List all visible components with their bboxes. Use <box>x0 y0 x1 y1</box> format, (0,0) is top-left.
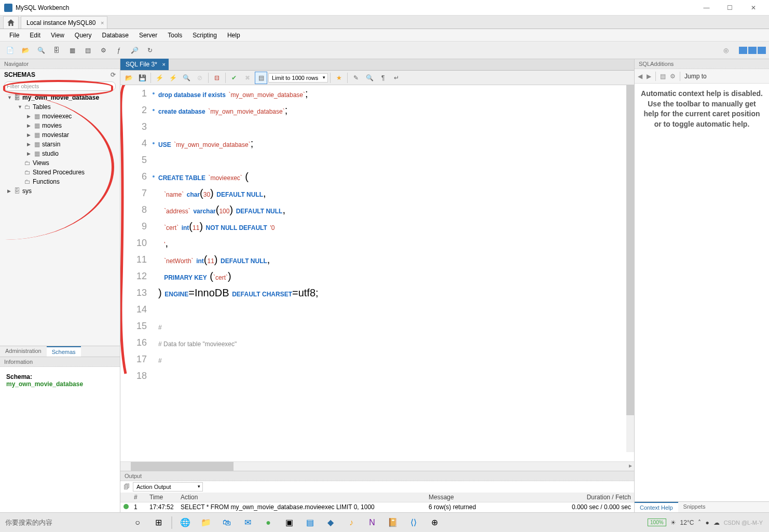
music-icon[interactable]: ♪ <box>341 514 361 531</box>
save-file-icon[interactable]: 💾 <box>136 72 148 84</box>
app-icon-2[interactable]: ▤ <box>300 514 320 531</box>
weather-icon[interactable]: ☀ <box>670 519 676 526</box>
menu-view[interactable]: View <box>46 32 70 39</box>
connection-tab[interactable]: Local instance MySQL80 × <box>21 16 107 29</box>
nav-back-icon[interactable]: ◀ <box>638 73 642 80</box>
onedrive-icon[interactable]: ☁ <box>713 519 720 526</box>
output-grid[interactable]: # Time Action Message Duration / Fetch 1… <box>120 493 634 512</box>
toggle-left-panel[interactable] <box>739 47 747 54</box>
editor-scrollbar-horizontal[interactable]: ▸ <box>120 461 634 471</box>
explorer-icon[interactable]: 📁 <box>196 514 216 531</box>
tray-chevron-icon[interactable]: ˄ <box>698 519 701 526</box>
app-icon-3[interactable]: 📔 <box>383 514 403 531</box>
close-tab-icon[interactable]: × <box>101 20 104 26</box>
menu-scripting[interactable]: Scripting <box>187 32 222 39</box>
explain-icon[interactable]: 🔍 <box>180 72 193 84</box>
toggle-autocommit-icon[interactable]: ⊟ <box>211 72 223 84</box>
auto-help-icon[interactable]: ⚙ <box>670 73 676 80</box>
tree-sp-folder[interactable]: 🗀Stored Procedures <box>0 168 120 177</box>
tray-app-icon[interactable]: ● <box>705 519 709 526</box>
execute-cursor-icon[interactable]: ⚡ <box>167 72 179 84</box>
open-sql-icon[interactable]: 📂 <box>19 44 32 57</box>
app-icon-1[interactable]: ● <box>258 514 278 531</box>
toggle-limit-icon[interactable]: ▤ <box>255 72 267 84</box>
toggle-bottom-panel[interactable] <box>748 47 757 54</box>
output-list-icon[interactable]: 🗐 <box>123 483 130 490</box>
menu-file[interactable]: File <box>4 32 24 39</box>
settings-icon[interactable]: ◎ <box>719 44 733 57</box>
maximize-button[interactable]: ☐ <box>718 1 741 15</box>
editor-scrollbar-vertical[interactable] <box>626 85 634 452</box>
context-help-text: Automatic context help is disabled. Use … <box>635 84 769 501</box>
store-icon[interactable]: 🛍 <box>217 514 237 531</box>
close-button[interactable]: ✕ <box>741 1 765 15</box>
menu-tools[interactable]: Tools <box>162 32 187 39</box>
menu-edit[interactable]: Edit <box>24 32 46 39</box>
output-row[interactable]: 1 17:47:52 SELECT * FROM my_own_movie_da… <box>120 502 634 512</box>
close-sql-tab-icon[interactable]: × <box>162 61 165 67</box>
tab-administration[interactable]: Administration <box>0 346 47 357</box>
wrap-icon[interactable]: ↵ <box>390 72 403 84</box>
schema-tree[interactable]: ▼🗄my_own_movie_database ▼🗀Tables ▶▦movie… <box>0 92 120 346</box>
new-table-icon[interactable]: ▦ <box>65 44 79 57</box>
menu-database[interactable]: Database <box>97 32 134 39</box>
home-tab[interactable] <box>3 16 19 29</box>
tree-fn-folder[interactable]: 🗀Functions <box>0 177 120 186</box>
menu-help[interactable]: Help <box>222 32 245 39</box>
tree-tables-folder[interactable]: ▼🗀Tables <box>0 102 120 112</box>
refresh-schemas-icon[interactable]: ⟳ <box>111 71 116 78</box>
onenote-icon[interactable]: N <box>362 514 382 531</box>
help-toggle-icon[interactable]: ▤ <box>660 73 666 80</box>
new-schema-icon[interactable]: 🗄 <box>50 44 63 57</box>
search-icon[interactable]: 🔍 <box>363 72 376 84</box>
limit-rows-dropdown[interactable]: Limit to 1000 rows <box>268 73 328 83</box>
open-file-icon[interactable]: 📂 <box>122 72 135 84</box>
connection-tabs: Local instance MySQL80 × <box>0 16 769 29</box>
menu-query[interactable]: Query <box>70 32 97 39</box>
toggle-right-panel[interactable] <box>758 47 766 54</box>
edge-icon[interactable]: 🌐 <box>175 514 195 531</box>
app-icon-4[interactable]: ⊕ <box>424 514 444 531</box>
new-view-icon[interactable]: ▤ <box>81 44 94 57</box>
reconnect-icon[interactable]: ↻ <box>143 44 157 57</box>
tree-table[interactable]: ▶▦movieexec <box>0 112 120 121</box>
taskbar-search[interactable]: 你要搜索的内容 <box>2 516 127 529</box>
stop-icon[interactable]: ⊘ <box>194 72 206 84</box>
execute-icon[interactable]: ⚡ <box>153 72 166 84</box>
minimize-button[interactable]: — <box>695 1 718 15</box>
nav-forward-icon[interactable]: ▶ <box>647 73 651 80</box>
new-sp-icon[interactable]: ⚙ <box>97 44 110 57</box>
tree-table[interactable]: ▶▦studio <box>0 149 120 158</box>
tab-schemas[interactable]: Schemas <box>47 346 81 357</box>
terminal-icon[interactable]: ▣ <box>279 514 299 531</box>
commit-icon[interactable]: ✔ <box>228 72 240 84</box>
sql-editor[interactable]: 123456789101112131415161718 •••• drop da… <box>120 85 634 461</box>
inspector-icon[interactable]: 🔍 <box>34 44 48 57</box>
find-icon[interactable]: ✎ <box>350 72 362 84</box>
battery-icon[interactable]: 100% <box>648 519 666 526</box>
task-view-icon[interactable]: ⊞ <box>148 514 168 531</box>
beautify-icon[interactable]: ★ <box>333 72 345 84</box>
output-type-dropdown[interactable]: Action Output <box>133 482 203 492</box>
tree-views-folder[interactable]: 🗀Views <box>0 158 120 168</box>
workbench-icon[interactable]: ◆ <box>321 514 340 531</box>
tree-database[interactable]: ▼🗄my_own_movie_database <box>0 93 120 102</box>
new-fn-icon[interactable]: ƒ <box>112 44 126 57</box>
sql-file-tab[interactable]: SQL File 3* × <box>120 59 169 70</box>
cortana-icon[interactable]: ○ <box>128 514 147 531</box>
tree-table[interactable]: ▶▦starsin <box>0 140 120 149</box>
mail-icon[interactable]: ✉ <box>238 514 257 531</box>
tree-table[interactable]: ▶▦moviestar <box>0 130 120 140</box>
tree-table[interactable]: ▶▦movies <box>0 121 120 130</box>
vscode-icon[interactable]: ⟨⟩ <box>404 514 423 531</box>
tree-sys-database[interactable]: ▶🗄sys <box>0 186 120 196</box>
new-sql-tab-icon[interactable]: 📄 <box>3 44 17 57</box>
tab-snippets[interactable]: Snippets <box>678 502 711 512</box>
search-table-icon[interactable]: 🔎 <box>128 44 141 57</box>
filter-objects-input[interactable]: Filter objects <box>4 81 116 91</box>
jump-to-label[interactable]: Jump to <box>684 73 707 80</box>
menu-server[interactable]: Server <box>134 32 162 39</box>
rollback-icon[interactable]: ✖ <box>241 72 254 84</box>
invisible-chars-icon[interactable]: ¶ <box>377 72 389 84</box>
tab-context-help[interactable]: Context Help <box>635 502 678 512</box>
